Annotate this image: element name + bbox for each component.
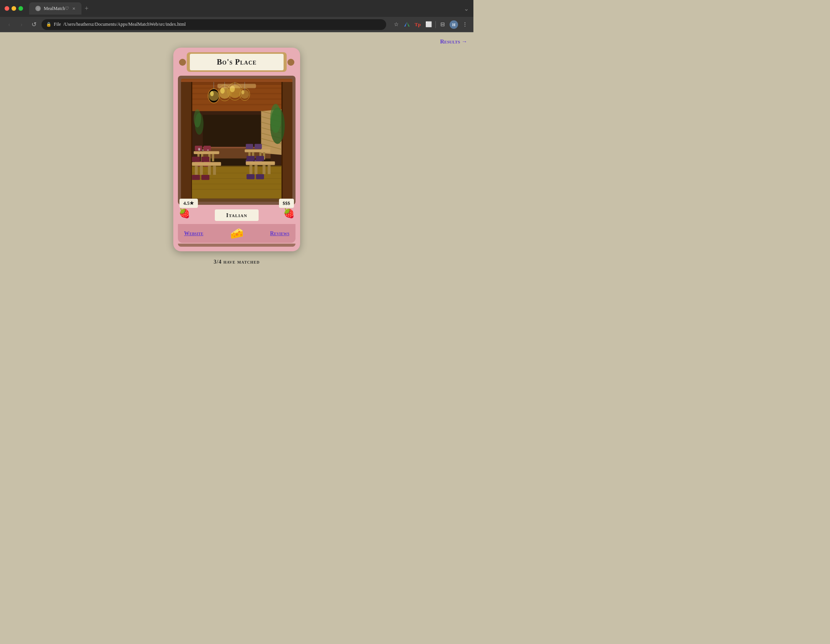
reviews-button[interactable]: Reviews (270, 231, 289, 237)
user-avatar[interactable]: H (450, 20, 458, 29)
active-tab[interactable]: ♡ MealMatch♡ ✕ (29, 2, 81, 15)
match-count: 3/4 have matched (214, 259, 260, 265)
svg-point-94 (194, 109, 201, 127)
svg-point-39 (210, 91, 214, 96)
restaurant-card: Bo's Place (173, 48, 300, 251)
svg-marker-2 (404, 22, 407, 27)
name-plate-inner: Bo's Place (190, 54, 284, 70)
svg-rect-69 (213, 166, 216, 175)
minimize-button[interactable] (12, 6, 16, 11)
back-button[interactable]: ‹ (5, 21, 14, 28)
svg-rect-90 (247, 174, 255, 179)
svg-rect-74 (245, 149, 270, 153)
menu-icon[interactable]: ⋮ (461, 21, 469, 28)
tab-title: MealMatch♡ (44, 6, 69, 12)
svg-rect-73 (201, 175, 209, 180)
address-bar-row: ‹ › ↺ 🔒 File /Users/heathersz/Documents/… (0, 17, 473, 32)
refresh-button[interactable]: ↺ (29, 21, 38, 28)
price-badge: $$$ (279, 199, 294, 208)
svg-rect-83 (246, 161, 275, 165)
restaurant-photo (181, 79, 292, 202)
strawberry-right-decoration: 🍓 (283, 208, 295, 219)
tab-overflow-icon[interactable]: ⌄ (464, 5, 469, 12)
cuisine-label: Italian (226, 212, 247, 218)
svg-text:♡: ♡ (37, 7, 40, 11)
name-plate: Bo's Place (187, 52, 287, 72)
svg-rect-88 (247, 156, 255, 161)
svg-rect-65 (192, 162, 221, 166)
google-drive-icon[interactable] (403, 21, 411, 28)
svg-rect-72 (192, 175, 200, 180)
strawberry-left-decoration: 🍓 (179, 208, 190, 219)
website-button[interactable]: Website (184, 231, 203, 237)
svg-rect-80 (254, 144, 262, 149)
cuisine-banner-wrapper: 🍓 Italian 🍓 (178, 209, 295, 221)
topaz-icon[interactable]: Tp (414, 21, 422, 28)
main-content: Results → Bo's Place (0, 32, 473, 373)
tab-bar: ♡ MealMatch♡ ✕ + (29, 2, 459, 15)
svg-rect-14 (282, 82, 292, 198)
toolbar-right: ☆ Tp ⬜ ⊟ H ⋮ (392, 20, 469, 29)
svg-rect-89 (256, 156, 264, 161)
photo-frame (178, 76, 295, 205)
svg-point-38 (209, 91, 219, 101)
cuisine-banner: Italian (215, 209, 259, 221)
svg-rect-56 (212, 154, 214, 161)
svg-rect-87 (268, 165, 271, 174)
svg-point-43 (220, 88, 224, 94)
svg-rect-62 (202, 150, 204, 151)
forward-button[interactable]: › (17, 21, 26, 28)
card-bottom-bar (178, 244, 295, 247)
bookmark-star-icon[interactable]: ☆ (392, 21, 400, 28)
address-bar[interactable]: 🔒 File /Users/heathersz/Documents/Apps/M… (42, 19, 386, 30)
maximize-button[interactable] (18, 6, 23, 11)
svg-point-34 (270, 104, 281, 133)
security-icon: 🔒 (46, 22, 51, 27)
svg-rect-85 (254, 165, 257, 174)
svg-rect-52 (194, 151, 219, 154)
tab-close-icon[interactable]: ✕ (72, 7, 75, 11)
svg-rect-63 (207, 150, 209, 151)
bottom-row: Website 🧀 Reviews (178, 224, 295, 243)
restaurant-name: Bo's Place (217, 58, 257, 66)
tab-favicon: ♡ (35, 6, 41, 11)
toolbar-separator (435, 21, 436, 28)
card-wrapper: Bo's Place (173, 48, 300, 265)
protocol-label: File (54, 22, 61, 27)
svg-rect-68 (208, 166, 211, 175)
results-label: Results → (440, 38, 467, 45)
svg-rect-12 (181, 82, 192, 198)
svg-rect-84 (249, 165, 252, 174)
media-icon[interactable]: ⊟ (439, 21, 447, 28)
extensions-icon[interactable]: ⬜ (425, 21, 432, 28)
url-path: /Users/heathersz/Documents/Apps/MealMatc… (63, 22, 186, 27)
svg-rect-67 (200, 166, 203, 175)
traffic-lights (5, 6, 23, 11)
browser-titlebar: ♡ MealMatch♡ ✕ + ⌄ (0, 0, 473, 17)
restaurant-scene-svg (181, 79, 292, 202)
results-link[interactable]: Results → (440, 38, 467, 45)
svg-rect-79 (246, 144, 253, 149)
close-button[interactable] (5, 6, 9, 11)
svg-rect-70 (192, 157, 200, 162)
cheese-icon: 🧀 (230, 227, 244, 240)
svg-point-51 (241, 90, 244, 94)
svg-rect-86 (262, 165, 266, 174)
svg-rect-91 (256, 174, 264, 179)
svg-rect-66 (195, 166, 198, 175)
badges-row: 4.5★ $$$ (178, 199, 295, 208)
svg-point-64 (198, 148, 201, 150)
rating-badge: 4.5★ (179, 199, 198, 208)
svg-rect-92 (217, 84, 256, 88)
name-plate-container: Bo's Place (178, 52, 295, 72)
svg-marker-3 (407, 22, 410, 27)
new-tab-button[interactable]: + (85, 5, 88, 13)
svg-rect-71 (201, 157, 209, 162)
svg-rect-10 (181, 98, 292, 100)
